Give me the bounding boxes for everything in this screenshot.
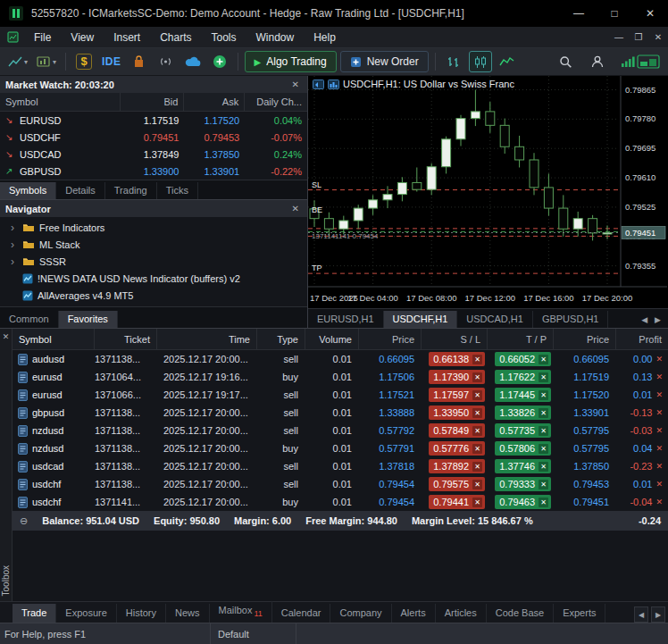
tab-common[interactable]: Common [0,311,59,328]
collapse-summary-icon[interactable]: ⊖ [20,515,28,527]
menu-view[interactable]: View [61,29,104,46]
column-symbol[interactable]: Symbol [13,329,95,349]
toolbox-tab-alerts[interactable]: Alerts [392,604,436,623]
market-depth-icon[interactable] [328,79,339,89]
expand-chevron-icon[interactable]: › [11,222,18,234]
remove-tp-button[interactable]: ✕ [539,355,548,364]
navigator-item[interactable]: › ML Stack [0,236,307,253]
table-row[interactable]: usdcad 1371138... 2025.12.17 20:00... se… [13,457,668,475]
chart-area[interactable]: USDCHF,H1: US Dollar vs Swiss Franc 0.79… [308,76,668,308]
toolbox-tabs-scroll-left[interactable]: ◀ [634,606,648,623]
chart-tab-usdcad-h1[interactable]: USDCAD,H1 [457,311,533,328]
close-position-button[interactable]: ✕ [655,426,663,435]
table-row[interactable]: usdchf 1371141... 2025.12.17 20:00... bu… [13,493,668,511]
table-row[interactable]: nzdusd 1371138... 2025.12.17 20:00... bu… [13,439,668,457]
tab-symbols[interactable]: Symbols [0,182,56,199]
remove-tp-button[interactable]: ✕ [539,390,548,400]
toolbox-tab-mailbox[interactable]: Mailbox11 [210,601,272,623]
line-studies-dropdown[interactable]: ▾ [5,51,30,72]
close-position-button[interactable]: ✕ [655,390,663,399]
symbols-dialog-button[interactable]: $ [72,51,96,72]
search-button[interactable] [554,51,577,72]
column-tp[interactable]: T / P [488,329,554,349]
column-type[interactable]: Type [257,329,305,349]
toolbox-tab-news[interactable]: News [166,604,210,623]
column-daily-change[interactable]: Daily Ch... [245,93,307,111]
column-volume[interactable]: Volume [305,329,359,349]
remove-tp-button[interactable]: ✕ [539,408,548,418]
chart-tab-eurusd-h1[interactable]: EURUSD,H1 [308,311,384,328]
metaeditor-button[interactable]: IDE [99,51,124,72]
remove-sl-button[interactable]: ✕ [472,480,482,489]
toolbox-tab-history[interactable]: History [117,604,166,623]
line-chart-mode-button[interactable] [496,51,519,72]
column-ask[interactable]: Ask [184,93,245,111]
candlestick-chart[interactable]: 0.798650.797800.796950.796100.795250.794… [308,76,667,308]
one-click-trading-icon[interactable] [313,79,324,89]
remove-sl-button[interactable]: ✕ [472,372,482,382]
tab-details[interactable]: Details [56,182,105,199]
remove-tp-button[interactable]: ✕ [539,372,548,382]
remove-tp-button[interactable]: ✕ [539,426,548,436]
remove-sl-button[interactable]: ✕ [472,462,482,472]
timeframes-dropdown[interactable]: ▾ [34,51,59,72]
close-position-button[interactable]: ✕ [655,355,663,364]
menu-window[interactable]: Window [246,29,305,46]
cloud-button[interactable] [181,51,205,72]
close-navigator-button[interactable]: ✕ [289,204,302,213]
maximize-button[interactable]: □ [597,0,632,27]
menu-tools[interactable]: Tools [202,29,246,46]
toolbox-tab-articles[interactable]: Articles [436,604,487,623]
toolbox-tab-trade[interactable]: Trade [13,604,56,623]
chart-tab-gbpusd-h1[interactable]: GBPUSD,H1 [533,311,609,328]
tab-ticks[interactable]: Ticks [157,182,198,199]
market-watch-row[interactable]: ↘USDCAD 1.37849 1.37850 0.24% [0,146,307,163]
algo-trading-button[interactable]: ▶ Algo Trading [245,51,337,72]
column-time[interactable]: Time [157,329,257,349]
close-market-watch-button[interactable]: ✕ [289,79,302,89]
close-position-button[interactable]: ✕ [655,372,663,381]
chart-tab-usdchf-h1[interactable]: USDCHF,H1 [384,311,458,328]
table-row[interactable]: nzdusd 1371138... 2025.12.17 20:00... se… [13,422,668,439]
signals-button[interactable] [154,51,178,72]
remove-tp-button[interactable]: ✕ [539,444,548,454]
navigator-item[interactable]: › Free Indicators [0,219,307,236]
column-ticket[interactable]: Ticket [95,329,157,349]
remove-sl-button[interactable]: ✕ [472,426,482,436]
toolbox-tabs-scroll-right[interactable]: ▶ [651,606,665,623]
expand-chevron-icon[interactable]: › [11,238,18,251]
table-row[interactable]: eurusd 1371064... 2025.12.17 19:16... bu… [13,368,668,386]
close-toolbox-button[interactable]: ✕ [3,332,10,341]
market-watch-row[interactable]: ↘USDCHF 0.79451 0.79453 -0.07% [0,129,307,146]
navigator-item[interactable]: › SSSR [0,253,307,270]
close-button[interactable]: ✕ [632,0,668,27]
status-profile[interactable]: Default [211,623,296,644]
remove-tp-button[interactable]: ✕ [539,480,548,489]
navigator-item[interactable]: AllAverages v4.9 MT5 [0,287,307,304]
table-row[interactable]: audusd 1371138... 2025.12.17 20:00... se… [13,350,668,368]
expand-chevron-icon[interactable]: › [11,255,18,268]
menu-charts[interactable]: Charts [150,29,201,46]
table-row[interactable]: usdchf 1371138... 2025.12.17 20:00... se… [13,475,668,493]
column-current-price[interactable]: Price [554,329,616,349]
navigator-item[interactable]: !NEWS DATA USD News Indicator (buffers) … [0,270,307,287]
remove-tp-button[interactable]: ✕ [539,462,548,472]
close-position-button[interactable]: ✕ [655,480,663,489]
column-symbol[interactable]: Symbol [0,93,121,111]
candlestick-mode-button[interactable] [469,51,492,72]
remove-sl-button[interactable]: ✕ [472,390,482,400]
table-row[interactable]: gbpusd 1371138... 2025.12.17 20:00... se… [13,404,668,422]
menu-insert[interactable]: Insert [104,29,150,46]
remove-sl-button[interactable]: ✕ [472,355,482,364]
mdi-minimize-button[interactable]: — [609,32,629,42]
bar-chart-mode-button[interactable] [442,51,465,72]
mdi-restore-button[interactable]: ❐ [629,32,648,42]
close-position-button[interactable]: ✕ [655,444,663,453]
menu-help[interactable]: Help [304,29,346,46]
close-position-button[interactable]: ✕ [655,498,663,506]
toolbox-tab-exposure[interactable]: Exposure [56,604,116,623]
column-sl[interactable]: S / L [422,329,488,349]
column-price[interactable]: Price [359,329,422,349]
menu-file[interactable]: File [24,29,61,46]
toolbox-tab-experts[interactable]: Experts [554,604,605,623]
